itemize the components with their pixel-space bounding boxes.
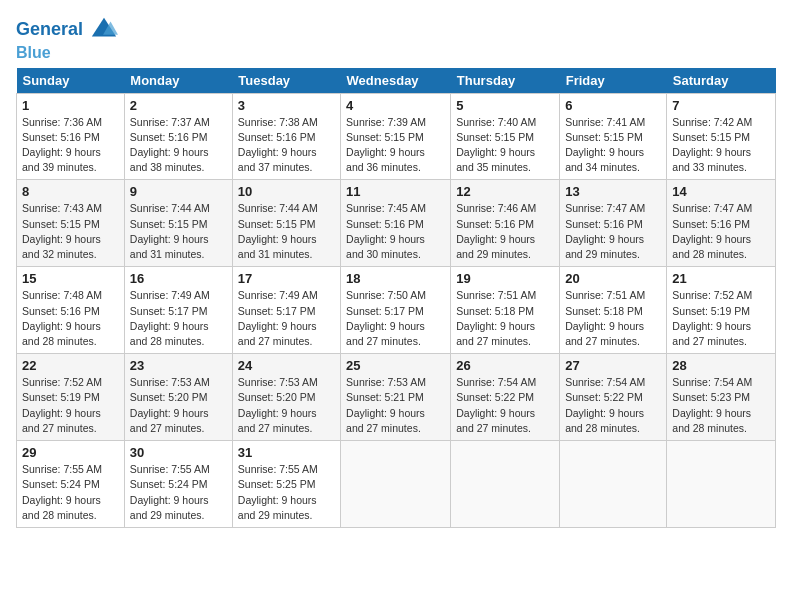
day-detail: Sunrise: 7:38 AMSunset: 5:16 PMDaylight:… xyxy=(238,116,318,174)
calendar-cell: 1 Sunrise: 7:36 AMSunset: 5:16 PMDayligh… xyxy=(17,93,125,180)
calendar-cell: 17 Sunrise: 7:49 AMSunset: 5:17 PMDaylig… xyxy=(232,267,340,354)
day-number: 5 xyxy=(456,98,554,113)
day-number: 4 xyxy=(346,98,445,113)
day-number: 13 xyxy=(565,184,661,199)
day-number: 3 xyxy=(238,98,335,113)
day-detail: Sunrise: 7:43 AMSunset: 5:15 PMDaylight:… xyxy=(22,202,102,260)
calendar-cell: 22 Sunrise: 7:52 AMSunset: 5:19 PMDaylig… xyxy=(17,354,125,441)
dow-tuesday: Tuesday xyxy=(232,68,340,94)
day-detail: Sunrise: 7:54 AMSunset: 5:22 PMDaylight:… xyxy=(565,376,645,434)
day-number: 25 xyxy=(346,358,445,373)
day-detail: Sunrise: 7:55 AMSunset: 5:24 PMDaylight:… xyxy=(130,463,210,521)
day-number: 1 xyxy=(22,98,119,113)
week-row-4: 22 Sunrise: 7:52 AMSunset: 5:19 PMDaylig… xyxy=(17,354,776,441)
dow-wednesday: Wednesday xyxy=(341,68,451,94)
day-number: 18 xyxy=(346,271,445,286)
day-detail: Sunrise: 7:54 AMSunset: 5:23 PMDaylight:… xyxy=(672,376,752,434)
week-row-3: 15 Sunrise: 7:48 AMSunset: 5:16 PMDaylig… xyxy=(17,267,776,354)
day-detail: Sunrise: 7:53 AMSunset: 5:20 PMDaylight:… xyxy=(130,376,210,434)
day-detail: Sunrise: 7:45 AMSunset: 5:16 PMDaylight:… xyxy=(346,202,426,260)
day-number: 8 xyxy=(22,184,119,199)
day-detail: Sunrise: 7:55 AMSunset: 5:24 PMDaylight:… xyxy=(22,463,102,521)
day-number: 12 xyxy=(456,184,554,199)
page-container: General Blue SundayMondayTuesdayWednesda… xyxy=(0,0,792,538)
logo-subtext: Blue xyxy=(16,44,118,62)
calendar-cell: 10 Sunrise: 7:44 AMSunset: 5:15 PMDaylig… xyxy=(232,180,340,267)
day-of-week-header: SundayMondayTuesdayWednesdayThursdayFrid… xyxy=(17,68,776,94)
day-number: 24 xyxy=(238,358,335,373)
day-detail: Sunrise: 7:49 AMSunset: 5:17 PMDaylight:… xyxy=(238,289,318,347)
calendar-cell: 3 Sunrise: 7:38 AMSunset: 5:16 PMDayligh… xyxy=(232,93,340,180)
day-detail: Sunrise: 7:52 AMSunset: 5:19 PMDaylight:… xyxy=(22,376,102,434)
day-detail: Sunrise: 7:44 AMSunset: 5:15 PMDaylight:… xyxy=(130,202,210,260)
calendar-cell: 21 Sunrise: 7:52 AMSunset: 5:19 PMDaylig… xyxy=(667,267,776,354)
calendar-cell: 25 Sunrise: 7:53 AMSunset: 5:21 PMDaylig… xyxy=(341,354,451,441)
calendar-cell: 9 Sunrise: 7:44 AMSunset: 5:15 PMDayligh… xyxy=(124,180,232,267)
calendar-cell: 29 Sunrise: 7:55 AMSunset: 5:24 PMDaylig… xyxy=(17,441,125,528)
calendar-cell: 16 Sunrise: 7:49 AMSunset: 5:17 PMDaylig… xyxy=(124,267,232,354)
day-detail: Sunrise: 7:40 AMSunset: 5:15 PMDaylight:… xyxy=(456,116,536,174)
day-number: 28 xyxy=(672,358,770,373)
calendar-cell: 13 Sunrise: 7:47 AMSunset: 5:16 PMDaylig… xyxy=(560,180,667,267)
week-row-1: 1 Sunrise: 7:36 AMSunset: 5:16 PMDayligh… xyxy=(17,93,776,180)
dow-friday: Friday xyxy=(560,68,667,94)
day-number: 17 xyxy=(238,271,335,286)
day-detail: Sunrise: 7:44 AMSunset: 5:15 PMDaylight:… xyxy=(238,202,318,260)
day-detail: Sunrise: 7:48 AMSunset: 5:16 PMDaylight:… xyxy=(22,289,102,347)
calendar-cell: 20 Sunrise: 7:51 AMSunset: 5:18 PMDaylig… xyxy=(560,267,667,354)
dow-monday: Monday xyxy=(124,68,232,94)
dow-saturday: Saturday xyxy=(667,68,776,94)
day-number: 14 xyxy=(672,184,770,199)
day-number: 22 xyxy=(22,358,119,373)
day-detail: Sunrise: 7:41 AMSunset: 5:15 PMDaylight:… xyxy=(565,116,645,174)
week-row-2: 8 Sunrise: 7:43 AMSunset: 5:15 PMDayligh… xyxy=(17,180,776,267)
day-detail: Sunrise: 7:36 AMSunset: 5:16 PMDaylight:… xyxy=(22,116,102,174)
day-number: 11 xyxy=(346,184,445,199)
day-detail: Sunrise: 7:54 AMSunset: 5:22 PMDaylight:… xyxy=(456,376,536,434)
day-number: 16 xyxy=(130,271,227,286)
calendar-cell: 30 Sunrise: 7:55 AMSunset: 5:24 PMDaylig… xyxy=(124,441,232,528)
day-number: 10 xyxy=(238,184,335,199)
calendar-cell: 28 Sunrise: 7:54 AMSunset: 5:23 PMDaylig… xyxy=(667,354,776,441)
day-number: 21 xyxy=(672,271,770,286)
day-number: 26 xyxy=(456,358,554,373)
day-number: 29 xyxy=(22,445,119,460)
day-number: 27 xyxy=(565,358,661,373)
calendar-cell: 11 Sunrise: 7:45 AMSunset: 5:16 PMDaylig… xyxy=(341,180,451,267)
day-number: 19 xyxy=(456,271,554,286)
day-detail: Sunrise: 7:52 AMSunset: 5:19 PMDaylight:… xyxy=(672,289,752,347)
calendar-cell: 23 Sunrise: 7:53 AMSunset: 5:20 PMDaylig… xyxy=(124,354,232,441)
day-detail: Sunrise: 7:49 AMSunset: 5:17 PMDaylight:… xyxy=(130,289,210,347)
calendar-cell: 7 Sunrise: 7:42 AMSunset: 5:15 PMDayligh… xyxy=(667,93,776,180)
calendar-cell: 24 Sunrise: 7:53 AMSunset: 5:20 PMDaylig… xyxy=(232,354,340,441)
calendar-cell xyxy=(341,441,451,528)
day-number: 2 xyxy=(130,98,227,113)
calendar-cell xyxy=(560,441,667,528)
day-detail: Sunrise: 7:51 AMSunset: 5:18 PMDaylight:… xyxy=(565,289,645,347)
dow-thursday: Thursday xyxy=(451,68,560,94)
day-detail: Sunrise: 7:46 AMSunset: 5:16 PMDaylight:… xyxy=(456,202,536,260)
calendar-cell: 31 Sunrise: 7:55 AMSunset: 5:25 PMDaylig… xyxy=(232,441,340,528)
calendar-cell: 12 Sunrise: 7:46 AMSunset: 5:16 PMDaylig… xyxy=(451,180,560,267)
calendar-cell xyxy=(667,441,776,528)
calendar-cell: 4 Sunrise: 7:39 AMSunset: 5:15 PMDayligh… xyxy=(341,93,451,180)
day-detail: Sunrise: 7:47 AMSunset: 5:16 PMDaylight:… xyxy=(565,202,645,260)
calendar-cell xyxy=(451,441,560,528)
calendar-cell: 2 Sunrise: 7:37 AMSunset: 5:16 PMDayligh… xyxy=(124,93,232,180)
week-row-5: 29 Sunrise: 7:55 AMSunset: 5:24 PMDaylig… xyxy=(17,441,776,528)
day-number: 20 xyxy=(565,271,661,286)
calendar-cell: 15 Sunrise: 7:48 AMSunset: 5:16 PMDaylig… xyxy=(17,267,125,354)
day-detail: Sunrise: 7:37 AMSunset: 5:16 PMDaylight:… xyxy=(130,116,210,174)
calendar-cell: 8 Sunrise: 7:43 AMSunset: 5:15 PMDayligh… xyxy=(17,180,125,267)
calendar-table: SundayMondayTuesdayWednesdayThursdayFrid… xyxy=(16,68,776,528)
day-detail: Sunrise: 7:39 AMSunset: 5:15 PMDaylight:… xyxy=(346,116,426,174)
calendar-cell: 5 Sunrise: 7:40 AMSunset: 5:15 PMDayligh… xyxy=(451,93,560,180)
day-detail: Sunrise: 7:47 AMSunset: 5:16 PMDaylight:… xyxy=(672,202,752,260)
day-detail: Sunrise: 7:53 AMSunset: 5:21 PMDaylight:… xyxy=(346,376,426,434)
calendar-cell: 18 Sunrise: 7:50 AMSunset: 5:17 PMDaylig… xyxy=(341,267,451,354)
day-number: 23 xyxy=(130,358,227,373)
logo: General Blue xyxy=(16,16,118,62)
calendar-cell: 27 Sunrise: 7:54 AMSunset: 5:22 PMDaylig… xyxy=(560,354,667,441)
day-number: 30 xyxy=(130,445,227,460)
day-detail: Sunrise: 7:51 AMSunset: 5:18 PMDaylight:… xyxy=(456,289,536,347)
